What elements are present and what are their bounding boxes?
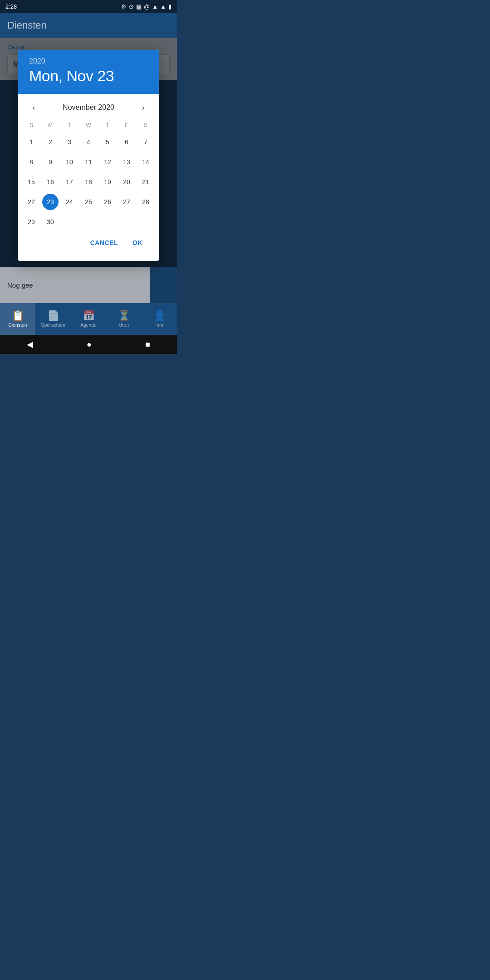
next-month-button[interactable]: › <box>135 99 152 116</box>
day-22[interactable]: 22 <box>22 192 41 212</box>
signal-icon: ▲ <box>160 3 166 10</box>
day-empty-2 <box>79 212 98 232</box>
app-header: Diensten <box>0 13 177 38</box>
day-23[interactable]: 23 <box>41 192 60 212</box>
nav-item-info[interactable]: 👤 Info <box>142 303 177 335</box>
day-21[interactable]: 21 <box>136 172 155 192</box>
dow-monday: M <box>41 119 60 132</box>
day-6[interactable]: 6 <box>117 132 136 152</box>
day-8[interactable]: 8 <box>22 152 41 172</box>
dow-wednesday: W <box>79 119 98 132</box>
diensten-icon: 📋 <box>12 311 24 321</box>
status-bar: 2:28 ⚙ ⊙ ▤ @ ▲ ▲ ▮ <box>0 0 177 13</box>
bottom-content: Nog gee <box>0 267 177 303</box>
time-display: 2:28 <box>5 3 17 10</box>
month-title: November 2020 <box>63 103 114 112</box>
day-12[interactable]: 12 <box>98 152 117 172</box>
day-1[interactable]: 1 <box>22 132 41 152</box>
day-3[interactable]: 3 <box>60 132 79 152</box>
day-19[interactable]: 19 <box>98 172 117 192</box>
day-5[interactable]: 5 <box>98 132 117 152</box>
wallet-icon: ▤ <box>136 3 142 10</box>
settings-icon: ⚙ <box>121 3 127 10</box>
day-15[interactable]: 15 <box>22 172 41 192</box>
day-11[interactable]: 11 <box>79 152 98 172</box>
at-icon: @ <box>144 3 150 10</box>
day-empty-1 <box>60 212 79 232</box>
day-4[interactable]: 4 <box>79 132 98 152</box>
dow-saturday: S <box>136 119 155 132</box>
day-10[interactable]: 10 <box>60 152 79 172</box>
dow-tuesday: T <box>60 119 79 132</box>
vpn-icon: ⊙ <box>129 3 134 10</box>
home-button[interactable]: ● <box>87 340 92 349</box>
uren-icon: ⏳ <box>118 311 130 321</box>
wifi-icon: ▲ <box>152 3 158 10</box>
uren-label: Uren <box>119 323 129 328</box>
nav-item-agenda[interactable]: 📅 Agenda <box>71 303 106 335</box>
nav-item-opdrachten[interactable]: 📄 Opdrachten <box>35 303 71 335</box>
prev-month-button[interactable]: ‹ <box>25 99 42 116</box>
ok-button[interactable]: OK <box>127 235 148 250</box>
day-empty-4 <box>117 212 136 232</box>
dialog-header: 2020 Mon, Nov 23 <box>18 50 159 94</box>
nav-item-diensten[interactable]: 📋 Diensten <box>0 303 35 335</box>
day-7[interactable]: 7 <box>136 132 155 152</box>
bottom-navigation: 📋 Diensten 📄 Opdrachten 📅 Agenda ⏳ Uren … <box>0 303 177 335</box>
day-16[interactable]: 16 <box>41 172 60 192</box>
dialog-actions: CANCEL OK <box>22 232 155 257</box>
dialog-body: ‹ November 2020 › S M T W T F S 1 2 3 4 … <box>18 94 159 261</box>
day-14[interactable]: 14 <box>136 152 155 172</box>
day-27[interactable]: 27 <box>117 192 136 212</box>
day-24[interactable]: 24 <box>60 192 79 212</box>
day-25[interactable]: 25 <box>79 192 98 212</box>
dow-thursday: T <box>98 119 117 132</box>
opdrachten-icon: 📄 <box>47 311 59 321</box>
day-18[interactable]: 18 <box>79 172 98 192</box>
date-picker-dialog: 2020 Mon, Nov 23 ‹ November 2020 › S M T… <box>18 50 159 261</box>
day-17[interactable]: 17 <box>60 172 79 192</box>
day-29[interactable]: 29 <box>22 212 41 232</box>
day-26[interactable]: 26 <box>98 192 117 212</box>
day-30[interactable]: 30 <box>41 212 60 232</box>
day-2[interactable]: 2 <box>41 132 60 152</box>
day-empty-3 <box>98 212 117 232</box>
dialog-date-display: Mon, Nov 23 <box>29 67 148 85</box>
calendar-grid: S M T W T F S 1 2 3 4 5 6 7 8 9 10 11 12… <box>22 119 155 232</box>
recent-button[interactable]: ■ <box>145 340 150 349</box>
day-empty-5 <box>136 212 155 232</box>
agenda-icon: 📅 <box>83 311 95 321</box>
day-28[interactable]: 28 <box>136 192 155 212</box>
nav-item-uren[interactable]: ⏳ Uren <box>106 303 142 335</box>
battery-icon: ▮ <box>168 3 172 10</box>
action-button[interactable] <box>150 267 177 303</box>
back-button[interactable]: ◀ <box>27 339 33 349</box>
opdrachten-label: Opdrachten <box>41 323 65 328</box>
day-20[interactable]: 20 <box>117 172 136 192</box>
day-13[interactable]: 13 <box>117 152 136 172</box>
cancel-button[interactable]: CANCEL <box>85 235 123 250</box>
status-icons: ⚙ ⊙ ▤ @ ▲ ▲ ▮ <box>121 3 172 10</box>
month-navigation: ‹ November 2020 › <box>22 94 155 119</box>
system-navigation: ◀ ● ■ <box>0 335 177 354</box>
status-time: 2:28 <box>5 3 17 10</box>
app-title: Diensten <box>7 20 47 31</box>
info-icon: 👤 <box>153 311 166 321</box>
diensten-label: Diensten <box>8 323 27 328</box>
dialog-year: 2020 <box>29 57 148 65</box>
agenda-label: Agenda <box>80 323 97 328</box>
info-label: Info <box>155 323 163 328</box>
dow-sunday: S <box>22 119 41 132</box>
dow-friday: F <box>117 119 136 132</box>
day-9[interactable]: 9 <box>41 152 60 172</box>
nog-geen-text: Nog gee <box>7 281 33 289</box>
